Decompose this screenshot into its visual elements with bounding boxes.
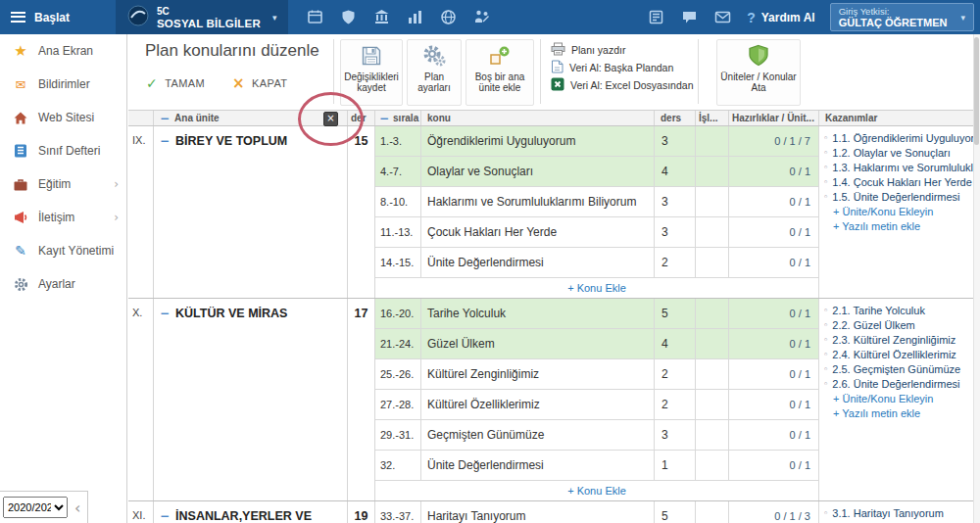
topic-processed (696, 390, 729, 419)
topic-row[interactable]: 11.-13.Çocuk Hakları Her Yerde30 / 1 (375, 217, 819, 248)
sidebar-item-kayit-yonetimi[interactable]: ✎ Kayıt Yönetimi (0, 234, 126, 267)
topic-order: 16.-20. (375, 299, 421, 328)
plan-settings-button[interactable]: Plan ayarları (407, 39, 462, 106)
class-selector-dropdown[interactable]: 5C SOSYAL BİLGİLER ▾ (116, 0, 288, 34)
unit-numeral: IX. (128, 126, 154, 298)
topic-processed (696, 126, 729, 156)
bullet-icon: ◦ (823, 333, 828, 348)
collapse-units-icon[interactable]: − (160, 112, 170, 125)
unit-numeral: XI. (128, 501, 154, 523)
sidebar-item-egitim[interactable]: Eğitim › (0, 167, 126, 201)
bullet-icon: ◦ (823, 161, 828, 175)
year-select[interactable]: 2020/2021 (3, 497, 68, 518)
institution-icon[interactable] (372, 9, 390, 26)
topic-row[interactable]: 25.-26.Kültürel Zenginliğimiz20 / 1 (375, 359, 819, 390)
sidebar-item-iletisim[interactable]: İletişim › (0, 201, 126, 234)
unit-name-cell[interactable]: −BİREY VE TOPLUM (154, 126, 348, 298)
toolbar: Değişiklikleri kaydet Plan ayarları Boş … (329, 34, 803, 110)
add-text-link[interactable]: + Yazılı metin ekle (823, 406, 980, 421)
unit-numeral: X. (128, 299, 154, 500)
hamburger-icon (11, 12, 25, 23)
kazanim-item: ◦1.1. Öğrendiklerimi Uyguluyorum (823, 131, 980, 146)
print-plan-button[interactable]: Planı yazdır (551, 42, 688, 58)
collapse-unit-icon[interactable]: − (160, 134, 170, 148)
topic-row[interactable]: 14.-15.Ünite Değerlendirmesi20 / 1 (375, 248, 819, 278)
topic-hours: 3 (655, 187, 696, 216)
shield-icon[interactable] (339, 9, 357, 26)
topic-preparations: 0 / 1 (729, 217, 819, 247)
topic-order: 8.-10. (375, 187, 421, 216)
ok-button[interactable]: ✓ TAMAM (146, 74, 205, 92)
sidebar-item-ayarlar[interactable]: Ayarlar (0, 267, 126, 301)
delete-unit-button[interactable]: × (323, 112, 338, 126)
topic-order: 1.-3. (375, 126, 421, 156)
mail-icon: ✉ (12, 77, 29, 92)
add-empty-unit-button[interactable]: Boş bir ana ünite ekle (466, 39, 534, 106)
calendar-icon[interactable] (306, 9, 323, 26)
topbar-menu-icons (306, 9, 490, 26)
topic-processed (696, 157, 729, 186)
topic-order: 14.-15. (375, 248, 421, 277)
topic-row[interactable]: 29.-31.Geçmişten Günümüze30 / 1 (375, 420, 819, 451)
bullet-icon: ◦ (823, 318, 828, 333)
topic-hours: 2 (655, 359, 696, 389)
report-icon[interactable] (647, 9, 664, 26)
topic-processed (696, 187, 729, 216)
sidebar-item-sinif-defteri[interactable]: Sınıf Defteri (0, 134, 126, 167)
start-menu-button[interactable]: Başlat (0, 11, 116, 24)
save-changes-button[interactable]: Değişiklikleri kaydet (340, 39, 403, 106)
mail-icon[interactable] (713, 9, 731, 26)
login-authority-dropdown[interactable]: Giriş Yetkisi: GÜLTAÇ ÖĞRETMEN ▾ (830, 3, 974, 31)
kazanim-item: ◦2.1. Tarihe Yolculuk (823, 304, 980, 318)
add-unit-icon (488, 43, 512, 69)
sidebar-item-label: Sınıf Defteri (38, 144, 100, 158)
close-button[interactable]: × KAPAT (232, 74, 287, 92)
topic-processed (696, 329, 729, 358)
topic-row[interactable]: 21.-24.Güzel Ülkem40 / 1 (375, 329, 819, 359)
close-label: KAPAT (252, 77, 287, 89)
sidebar-item-label: Eğitim (38, 177, 71, 191)
topic-title: Ünite Değerlendirmesi (421, 451, 655, 480)
topic-row[interactable]: 32.Ünite Değerlendirmesi10 / 1 (375, 451, 819, 481)
col-sirala: sırala (393, 113, 418, 123)
col-der: der (348, 111, 375, 125)
topic-row[interactable]: 8.-10.Haklarımı ve Sorumluluklarımı Bili… (375, 187, 819, 217)
collapse-unit-icon[interactable]: − (160, 307, 170, 320)
topic-preparations: 0 / 1 (729, 451, 819, 480)
chat-icon[interactable] (680, 9, 698, 26)
add-topic-link[interactable]: + Konu Ekle (567, 282, 626, 294)
topic-row[interactable]: 1.-3.Öğrendiklerimi Uyguluyorum30 / 1 / … (375, 126, 819, 157)
activity-icon[interactable] (472, 9, 490, 26)
add-topic-row: + Konu Ekle (375, 278, 819, 298)
collapse-sidebar-icon[interactable]: ‹ (74, 499, 80, 517)
unit-name-cell[interactable]: −İNSANLAR,YERLER VE (154, 501, 348, 523)
sidebar-item-bildirimler[interactable]: ✉ Bildirimler (0, 68, 126, 101)
import-from-excel-button[interactable]: Veri Al: Excel Dosyasından (551, 77, 688, 93)
collapse-unit-icon[interactable]: − (160, 509, 170, 523)
globe-icon[interactable] (439, 9, 457, 26)
import-from-plan-button[interactable]: Veri Al: Başka Plandan (551, 60, 688, 75)
scrollbar-thumb[interactable] (974, 37, 979, 145)
pen-icon: ✎ (12, 243, 29, 259)
kazanim-item: ◦1.2. Olaylar ve Sonuçları (823, 146, 980, 161)
assign-units-button[interactable]: Üniteler / Konular Ata (716, 39, 801, 106)
topic-row[interactable]: 33.-37.Haritayı Tanıyorum50 / 1 / 3 (375, 501, 819, 523)
sidebar-item-web-sitesi[interactable]: Web Sitesi (0, 101, 126, 134)
vertical-scrollbar[interactable] (973, 34, 980, 523)
unit-name-cell[interactable]: −KÜLTÜR VE MİRAS (154, 299, 348, 500)
add-unit-topic-link[interactable]: + Ünite/Konu Ekleyin (823, 205, 980, 219)
notebook-icon (12, 143, 29, 159)
topic-row[interactable]: 27.-28.Kültürel Özelliklerimiz20 / 1 (375, 390, 819, 420)
sidebar-item-ana-ekran[interactable]: ★ Ana Ekran (0, 34, 126, 68)
help-button[interactable]: ? Yardım Al (747, 10, 814, 25)
add-unit-topic-link[interactable]: + Ünite/Konu Ekleyin (823, 392, 980, 406)
add-topic-link[interactable]: + Konu Ekle (567, 485, 626, 497)
bullet-icon: ◦ (823, 362, 828, 377)
chart-icon[interactable] (406, 9, 423, 26)
collapse-topics-icon[interactable]: − (379, 112, 389, 125)
topic-row[interactable]: 4.-7.Olaylar ve Sonuçları40 / 1 (375, 157, 819, 187)
topic-row[interactable]: 16.-20.Tarihe Yolculuk50 / 1 (375, 299, 819, 329)
topic-order: 33.-37. (375, 501, 421, 523)
kazanim-text: 2.6. Ünite Değerlendirmesi (832, 377, 959, 392)
add-text-link[interactable]: + Yazılı metin ekle (823, 219, 980, 234)
